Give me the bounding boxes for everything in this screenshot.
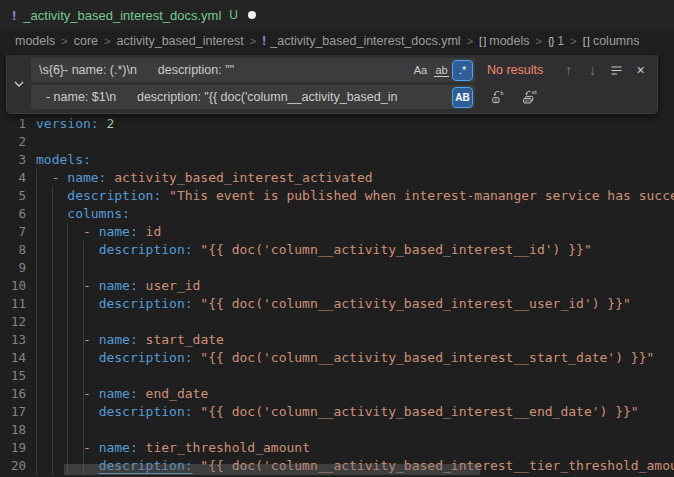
previous-match-button[interactable]: ↑ <box>558 60 579 81</box>
line-number: 2 <box>0 133 26 151</box>
match-case-toggle[interactable]: Aa <box>411 61 430 80</box>
replace-input[interactable]: - name: $1\n description: "{{ doc('colum… <box>31 85 475 109</box>
indent-guide <box>83 241 84 475</box>
code-line[interactable]: 8 description: "{{ doc('column__activity… <box>0 241 674 259</box>
code-line-content: description: "{{ doc('column__activity_b… <box>36 295 631 313</box>
code-line[interactable]: 5 description: "This event is published … <box>0 187 674 205</box>
code-line-content: description: "This event is published wh… <box>36 187 674 205</box>
breadcrumb-separator-icon: > <box>104 35 110 47</box>
preserve-case-toggle[interactable]: AB <box>453 88 472 107</box>
indent-guide <box>67 223 68 475</box>
line-number: 7 <box>0 223 26 241</box>
code-line-content: - name: user_id <box>36 277 200 295</box>
tab-filename: _activity_based_interest_docs.yml <box>23 8 221 23</box>
replace-all-button[interactable]: ab ac <box>518 87 539 108</box>
object-icon: {} <box>548 35 553 47</box>
line-number: 9 <box>0 259 26 277</box>
line-number: 1 <box>0 115 26 133</box>
code-line[interactable]: 18 <box>0 421 674 439</box>
code-line[interactable]: 17 description: "{{ doc('column__activit… <box>0 403 674 421</box>
modified-dot-icon[interactable] <box>248 11 256 19</box>
breadcrumb-label: models <box>15 34 55 48</box>
tab-file[interactable]: ! _activity_based_interest_docs.yml U <box>0 0 268 30</box>
replace-value: - name: $1\n description: "{{ doc('colum… <box>39 90 451 104</box>
line-number: 18 <box>0 421 26 439</box>
replace-row: - name: $1\n description: "{{ doc('colum… <box>31 85 651 109</box>
whole-word-icon: ab <box>434 64 448 77</box>
breadcrumb-label: 1 <box>557 34 564 48</box>
next-match-button[interactable]: ↓ <box>582 60 603 81</box>
breadcrumb-item[interactable]: !_activity_based_interest_docs.yml <box>262 34 461 48</box>
code-line[interactable]: 19 - name: tier_threshold_amount <box>0 439 674 457</box>
code-line[interactable]: 9 <box>0 259 674 277</box>
horizontal-scrollbar[interactable] <box>64 464 480 475</box>
line-number: 10 <box>0 277 26 295</box>
whole-word-toggle[interactable]: ab <box>432 61 451 80</box>
breadcrumb-item[interactable]: core <box>74 34 98 48</box>
breadcrumb-separator-icon: > <box>250 35 256 47</box>
code-line[interactable]: 3models: <box>0 151 674 169</box>
breadcrumb-item[interactable]: {}1 <box>548 34 564 48</box>
line-number: 3 <box>0 151 26 169</box>
line-number: 16 <box>0 385 26 403</box>
indent-guide <box>36 169 37 475</box>
breadcrumb-item[interactable]: models <box>15 34 55 48</box>
line-number: 12 <box>0 313 26 331</box>
replace-all-icon: ab ac <box>521 89 537 105</box>
find-value: \s{6}- name: (.*)\n description: "" <box>39 63 409 77</box>
regex-toggle[interactable]: .* <box>453 61 472 80</box>
close-find-button[interactable]: × <box>630 60 651 81</box>
breadcrumb-item[interactable]: [ ]columns <box>583 34 640 48</box>
breadcrumb-label: _activity_based_interest_docs.yml <box>270 34 460 48</box>
breadcrumb-label: core <box>74 34 98 48</box>
breadcrumb: models>core>activity_based_interest>!_ac… <box>0 30 674 52</box>
breadcrumb-label: activity_based_interest <box>117 34 244 48</box>
code-line[interactable]: 15 <box>0 367 674 385</box>
code-area[interactable]: 1version: 223models:4 - name: activity_b… <box>0 52 674 477</box>
find-in-selection-button[interactable] <box>606 60 627 81</box>
code-line[interactable]: 1version: 2 <box>0 115 674 133</box>
breadcrumb-label: models <box>489 34 529 48</box>
replace-actions: b c ab <box>487 87 539 108</box>
line-number: 17 <box>0 403 26 421</box>
svg-text:c: c <box>494 97 497 103</box>
code-line-content: - name: tier_threshold_amount <box>36 439 310 457</box>
find-input[interactable]: \s{6}- name: (.*)\n description: "" Aa a… <box>31 58 475 82</box>
breadcrumb-separator-icon: > <box>467 35 473 47</box>
breadcrumb-item[interactable]: [ ]models <box>479 34 529 48</box>
replace-button[interactable]: b c <box>487 87 508 108</box>
indent-guide <box>52 187 53 475</box>
code-line[interactable]: 11 description: "{{ doc('column__activit… <box>0 295 674 313</box>
vscode-window: ! _activity_based_interest_docs.yml U mo… <box>0 0 674 477</box>
code-line[interactable]: 16 - name: end_date <box>0 385 674 403</box>
code-line[interactable]: 12 <box>0 313 674 331</box>
code-line-content: - name: activity_based_interest_activate… <box>36 169 373 187</box>
line-number: 13 <box>0 331 26 349</box>
line-number: 19 <box>0 439 26 457</box>
breadcrumb-separator-icon: > <box>536 35 542 47</box>
line-number: 6 <box>0 205 26 223</box>
svg-text:ab: ab <box>531 89 536 95</box>
code-line[interactable]: 4 - name: activity_based_interest_activa… <box>0 169 674 187</box>
code-line[interactable]: 2 <box>0 133 674 151</box>
code-line[interactable]: 6 columns: <box>0 205 674 223</box>
breadcrumb-item[interactable]: activity_based_interest <box>117 34 244 48</box>
code-line-content: columns: <box>36 205 130 223</box>
line-number: 5 <box>0 187 26 205</box>
svg-text:b: b <box>500 90 503 96</box>
line-number: 20 <box>0 457 26 475</box>
code-line[interactable]: 13 - name: start_date <box>0 331 674 349</box>
find-in-selection-icon <box>609 63 624 78</box>
code-line-content: description: "{{ doc('column__activity_b… <box>36 403 639 421</box>
code-line[interactable]: 7 - name: id <box>0 223 674 241</box>
tab-bar: ! _activity_based_interest_docs.yml U <box>0 0 674 30</box>
line-number: 15 <box>0 367 26 385</box>
replace-icon: b c <box>490 89 506 105</box>
code-line[interactable]: 10 - name: user_id <box>0 277 674 295</box>
array-icon: [ ] <box>479 35 485 47</box>
toggle-replace-button[interactable] <box>7 58 31 109</box>
chevron-down-icon <box>12 77 26 91</box>
code-line[interactable]: 14 description: "{{ doc('column__activit… <box>0 349 674 367</box>
find-nav-buttons: ↑ ↓ × <box>558 60 651 81</box>
file-icon: ! <box>262 34 266 48</box>
